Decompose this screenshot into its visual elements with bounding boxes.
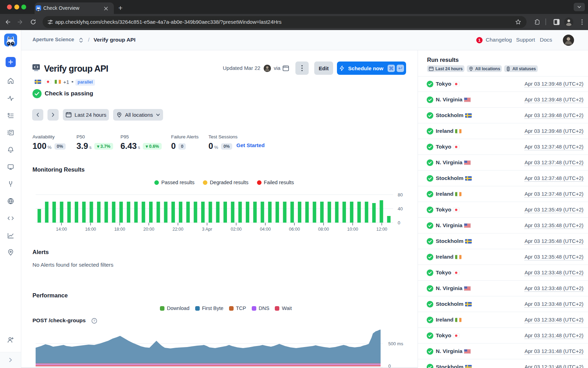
svg-text:02:00: 02:00 xyxy=(231,227,242,232)
svg-text:04:00: 04:00 xyxy=(260,227,271,232)
svg-text:16:00: 16:00 xyxy=(85,227,96,232)
svg-text:14:00: 14:00 xyxy=(56,227,67,232)
svg-text:06:00: 06:00 xyxy=(289,227,300,232)
svg-text:?: ? xyxy=(93,319,95,323)
svg-text:500 ms: 500 ms xyxy=(388,341,403,346)
svg-text:22:00: 22:00 xyxy=(172,227,183,232)
svg-text:0: 0 xyxy=(398,220,400,225)
svg-text:18:00: 18:00 xyxy=(114,227,125,232)
svg-text:80: 80 xyxy=(398,192,403,197)
svg-text:20:00: 20:00 xyxy=(144,227,154,232)
svg-text:12:00: 12:00 xyxy=(376,227,387,232)
svg-text:3 Apr: 3 Apr xyxy=(202,227,212,232)
svg-text:0: 0 xyxy=(388,363,391,368)
svg-text:08:00: 08:00 xyxy=(318,227,329,232)
svg-text:40: 40 xyxy=(398,206,403,211)
svg-text:10:00: 10:00 xyxy=(347,227,358,232)
